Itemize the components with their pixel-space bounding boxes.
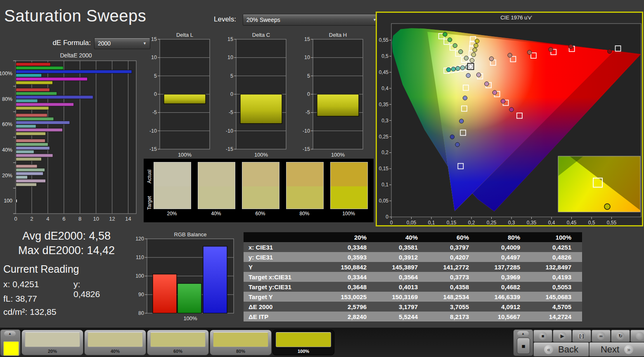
svg-text:Delta L: Delta L bbox=[176, 32, 193, 38]
patch-button-label: 80% bbox=[210, 349, 271, 354]
patch-swatch bbox=[88, 332, 143, 347]
svg-text:5: 5 bbox=[230, 73, 233, 79]
target-row-label: Target bbox=[147, 191, 152, 214]
deltae-bar bbox=[16, 129, 63, 132]
levels-dropdown[interactable]: 20% Sweeps ▼ bbox=[243, 14, 380, 26]
table-header-cell: 40% bbox=[377, 232, 429, 242]
target-swatch bbox=[242, 186, 279, 209]
next-button-label: Next bbox=[601, 344, 619, 355]
table-row: Target y:CIE310,36480,40130,43580,46820,… bbox=[244, 282, 582, 292]
svg-text:0,55: 0,55 bbox=[607, 220, 617, 226]
cie-1976-panel: CIE 1976 u'v'000,050,050,10,10,150,150,2… bbox=[376, 12, 643, 226]
table-header-cell: 100% bbox=[531, 232, 582, 242]
deltae-bar bbox=[16, 179, 46, 183]
patch-panel-right: ▲ ■ bbox=[513, 329, 533, 356]
table-cell: 0,5053 bbox=[531, 282, 582, 292]
current-reading-xy: x: 0,4251 y: 0,4826 bbox=[3, 279, 39, 289]
stop-icon: ■ bbox=[521, 343, 525, 350]
target-swatch bbox=[154, 186, 191, 209]
patch-button-100%[interactable]: 100% bbox=[272, 330, 334, 355]
svg-text:20%: 20% bbox=[2, 173, 12, 178]
cie-measured-marker bbox=[475, 39, 479, 43]
table-row-label: Y bbox=[244, 262, 326, 272]
table-cell: 8,2173 bbox=[429, 312, 480, 321]
step-button[interactable]: [·] bbox=[572, 330, 591, 342]
stop-patch-button[interactable]: ■ bbox=[517, 338, 530, 354]
svg-text:0: 0 bbox=[390, 220, 393, 226]
svg-text:8: 8 bbox=[78, 216, 81, 222]
table-header-cell bbox=[244, 232, 326, 242]
patch-button-80%[interactable]: 80% bbox=[210, 330, 272, 355]
cie-measured-marker bbox=[549, 47, 553, 51]
cie-measured-marker bbox=[447, 38, 452, 42]
record-icon bbox=[636, 332, 644, 340]
back-button[interactable]: « Back bbox=[533, 342, 589, 357]
delta_l-bar bbox=[164, 94, 206, 104]
svg-text:0: 0 bbox=[154, 91, 157, 97]
cie-measured-marker bbox=[451, 67, 455, 71]
table-cell: 0,4251 bbox=[531, 242, 582, 252]
cie-measured-marker bbox=[607, 49, 611, 53]
patch-button-60%[interactable]: 60% bbox=[147, 330, 209, 355]
svg-text:0,25: 0,25 bbox=[487, 220, 497, 226]
table-cell: 0,4682 bbox=[480, 282, 531, 292]
svg-text:10: 10 bbox=[227, 55, 233, 60]
current-patch-swatch bbox=[3, 341, 19, 356]
table-cell: 146,6339 bbox=[480, 292, 531, 302]
svg-text:DeltaE 2000: DeltaE 2000 bbox=[60, 52, 92, 59]
infinity-button[interactable]: ∞ bbox=[592, 330, 611, 342]
deltae-bar bbox=[16, 74, 42, 77]
transport-controls: ■▶[·]∞↻ bbox=[533, 330, 644, 342]
stop-button[interactable]: ■ bbox=[533, 330, 552, 342]
table-cell: 3,7055 bbox=[429, 302, 480, 312]
cie-measured-marker bbox=[509, 107, 514, 112]
svg-text:0,05: 0,05 bbox=[407, 220, 417, 226]
table-cell: 132,8497 bbox=[531, 262, 582, 272]
svg-text:0,15: 0,15 bbox=[447, 220, 457, 226]
svg-text:40%: 40% bbox=[2, 147, 12, 153]
deltae-bar bbox=[16, 81, 53, 84]
svg-text:-10: -10 bbox=[226, 128, 233, 134]
patch-button-label: 40% bbox=[85, 349, 146, 354]
de-formula-label: dE Formula: bbox=[16, 39, 91, 47]
compare-swatch-80% bbox=[286, 162, 324, 209]
table-row: ΔE 20002,57963,17973,70554,09124,5705 bbox=[244, 302, 582, 312]
svg-text:15: 15 bbox=[151, 36, 157, 42]
play-icon: ▶ bbox=[558, 332, 566, 340]
cie-measured-marker bbox=[474, 43, 478, 48]
target-swatch bbox=[198, 186, 235, 209]
chevron-down-icon: ▼ bbox=[143, 41, 147, 45]
svg-text:-10: -10 bbox=[149, 128, 157, 134]
cie-measured-marker bbox=[476, 73, 481, 77]
deltae-bar bbox=[16, 77, 88, 81]
svg-text:120: 120 bbox=[135, 236, 144, 242]
current-reading-label: Current Reading bbox=[3, 263, 79, 275]
svg-text:-5: -5 bbox=[152, 109, 157, 115]
record-button[interactable] bbox=[630, 330, 644, 342]
deltae-bar bbox=[16, 125, 36, 128]
expand-up-button[interactable]: ▲ bbox=[517, 331, 529, 336]
patch-button-label: 100% bbox=[273, 349, 334, 354]
deltae-bar bbox=[16, 172, 43, 175]
de-formula-dropdown[interactable]: 2000 ▼ bbox=[94, 38, 150, 49]
actual-swatch bbox=[242, 162, 279, 186]
de-formula-value: 2000 bbox=[98, 40, 111, 47]
table-cell: 0,3581 bbox=[377, 242, 429, 252]
up-arrow-icon: ▲ bbox=[8, 332, 12, 336]
svg-text:0,15: 0,15 bbox=[379, 166, 389, 171]
svg-text:0: 0 bbox=[14, 216, 17, 222]
refresh-button[interactable]: ↻ bbox=[611, 330, 630, 342]
patch-button-40%[interactable]: 40% bbox=[84, 330, 146, 355]
next-button[interactable]: Next » bbox=[589, 342, 644, 357]
deltae-bar bbox=[16, 88, 50, 91]
patch-panel-left: ▲ bbox=[0, 329, 21, 356]
chevron-right-icon: » bbox=[624, 345, 633, 354]
table-row: ΔE ITP2,82405,52448,217310,566714,2724 bbox=[244, 312, 582, 321]
table-row-label: ΔE 2000 bbox=[244, 302, 326, 312]
expand-up-button[interactable]: ▲ bbox=[4, 331, 16, 336]
play-button[interactable]: ▶ bbox=[553, 330, 572, 342]
patch-button-20%[interactable]: 20% bbox=[21, 330, 83, 355]
table-cell: 0,3344 bbox=[326, 272, 377, 282]
deltae-bar bbox=[16, 132, 46, 135]
table-cell: 0,4358 bbox=[429, 282, 480, 292]
